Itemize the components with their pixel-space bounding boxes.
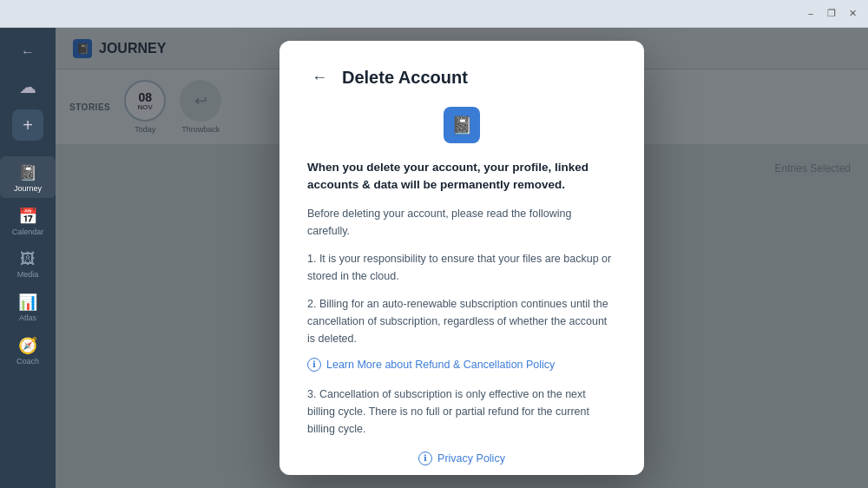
sidebar: ← ☁ + 📓 Journey 📅 Calendar 🖼 Media 📊 Atl… xyxy=(0,28,56,488)
sidebar-item-media[interactable]: 🖼 Media xyxy=(0,243,56,284)
privacy-info-icon: ℹ xyxy=(418,452,432,465)
privacy-link-text: Privacy Policy xyxy=(437,452,505,465)
refund-info-icon: ℹ xyxy=(307,358,321,372)
modal-back-button[interactable]: ← xyxy=(307,65,332,89)
calendar-label: Calendar xyxy=(12,228,44,236)
modal-body: Before deleting your account, please rea… xyxy=(307,205,616,347)
atlas-icon: 📊 xyxy=(18,293,37,312)
sidebar-item-atlas[interactable]: 📊 Atlas xyxy=(0,286,56,327)
delete-account-modal: ← Delete Account 📓 When you delete your … xyxy=(279,41,644,475)
modal-warning-text: When you delete your account, your profi… xyxy=(307,159,616,195)
sidebar-item-coach[interactable]: 🧭 Coach xyxy=(0,329,56,371)
coach-icon: 🧭 xyxy=(18,336,37,355)
modal-point3: 3. Cancellation of subscription is only … xyxy=(307,386,616,438)
privacy-link-wrap: ℹ Privacy Policy xyxy=(307,452,616,476)
journey-label: Journey xyxy=(14,184,42,193)
modal-point1: 1. It is your responsibility to ensure t… xyxy=(307,250,616,285)
calendar-icon: 📅 xyxy=(18,207,37,226)
media-label: Media xyxy=(17,270,39,279)
window-chrome: − ❐ ✕ xyxy=(0,0,868,28)
minimize-button[interactable]: − xyxy=(802,5,819,23)
close-button[interactable]: ✕ xyxy=(844,5,861,23)
modal-main-icon: 📓 xyxy=(444,107,480,143)
maximize-button[interactable]: ❐ xyxy=(823,5,840,23)
modal-header: ← Delete Account xyxy=(307,65,616,89)
sidebar-item-journey[interactable]: 📓 Journey xyxy=(0,156,56,198)
modal-overlay[interactable]: ← Delete Account 📓 When you delete your … xyxy=(56,28,868,488)
cloud-icon: ☁ xyxy=(19,76,36,97)
sidebar-back-button[interactable]: ← xyxy=(12,36,43,68)
media-icon: 🖼 xyxy=(20,250,36,268)
refund-link-text: Learn More about Refund & Cancellation P… xyxy=(326,359,555,371)
sidebar-item-calendar[interactable]: 📅 Calendar xyxy=(0,200,56,241)
refund-link[interactable]: ℹ Learn More about Refund & Cancellation… xyxy=(307,358,616,372)
main-content: 📓 JOURNEY STORIES 08 NOV Today ↩ Throwba… xyxy=(56,28,868,488)
modal-title: Delete Account xyxy=(342,68,468,88)
app-body: ← ☁ + 📓 Journey 📅 Calendar 🖼 Media 📊 Atl… xyxy=(0,28,868,488)
atlas-label: Atlas xyxy=(19,313,36,322)
coach-label: Coach xyxy=(16,357,39,366)
modal-intro: Before deleting your account, please rea… xyxy=(307,205,616,240)
journey-icon: 📓 xyxy=(18,163,37,182)
modal-icon-area: 📓 xyxy=(307,107,616,143)
privacy-link[interactable]: ℹ Privacy Policy xyxy=(418,452,505,465)
modal-point2: 2. Billing for an auto-renewable subscri… xyxy=(307,295,616,347)
add-entry-button[interactable]: + xyxy=(12,109,43,141)
sidebar-nav: 📓 Journey 📅 Calendar 🖼 Media 📊 Atlas 🧭 C… xyxy=(0,156,56,371)
modal-point3-area: 3. Cancellation of subscription is only … xyxy=(307,386,616,438)
